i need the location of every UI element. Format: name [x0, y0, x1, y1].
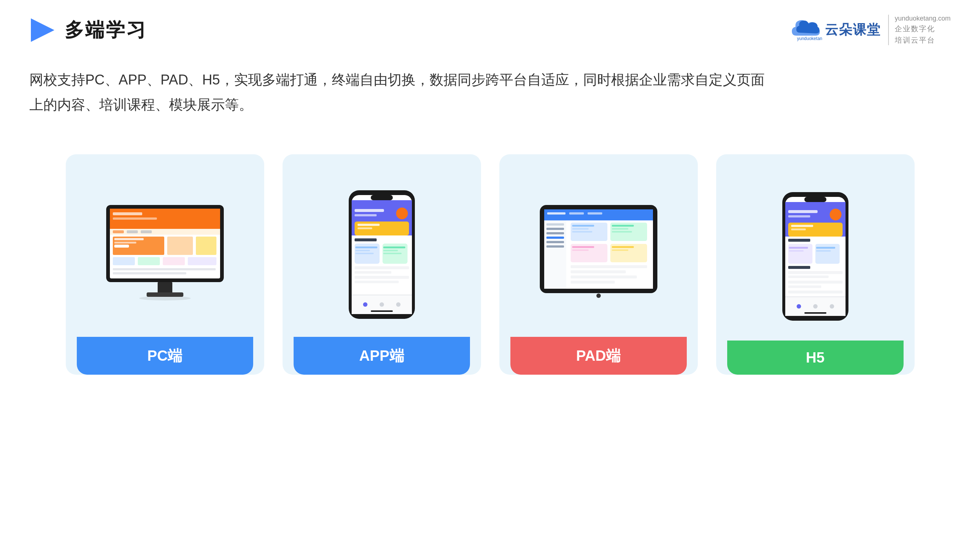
svg-rect-18 [138, 257, 160, 265]
svg-rect-94 [788, 210, 818, 213]
svg-point-25 [139, 296, 191, 300]
header: 多端学习 yunduoketang 云朵课堂 yunduoketang.com … [0, 0, 980, 45]
svg-rect-8 [113, 230, 124, 233]
svg-marker-0 [31, 18, 54, 42]
svg-rect-110 [788, 281, 843, 284]
svg-rect-41 [355, 250, 370, 251]
card-h5-label: H5 [727, 340, 904, 375]
svg-rect-44 [383, 250, 398, 251]
svg-rect-99 [791, 229, 806, 230]
cloud-icon: yunduoketang [789, 17, 822, 43]
description-line2: 上的内容、培训课程、模块展示等。 [29, 92, 779, 117]
svg-rect-29 [352, 200, 412, 206]
card-app-label: APP端 [294, 337, 470, 375]
svg-rect-75 [572, 231, 592, 232]
svg-rect-40 [355, 246, 377, 248]
svg-rect-42 [355, 253, 374, 254]
svg-rect-98 [791, 225, 813, 227]
logo-left: 多端学习 [29, 17, 147, 43]
svg-rect-36 [358, 227, 372, 229]
svg-rect-21 [113, 268, 216, 270]
card-h5: H5 [716, 154, 915, 375]
svg-point-58 [597, 294, 601, 298]
svg-rect-48 [355, 276, 409, 279]
brand-sub-line1: 企业数字化 [895, 24, 951, 34]
svg-rect-68 [546, 241, 564, 243]
svg-rect-17 [113, 257, 135, 265]
svg-rect-109 [788, 275, 829, 278]
svg-point-116 [813, 304, 818, 308]
svg-rect-105 [816, 247, 835, 249]
svg-rect-100 [788, 239, 810, 242]
svg-rect-15 [167, 237, 193, 255]
svg-rect-95 [788, 215, 810, 218]
svg-rect-83 [612, 246, 634, 248]
svg-point-96 [830, 209, 842, 221]
svg-rect-37 [355, 238, 377, 241]
pad-device [511, 173, 687, 337]
svg-rect-86 [571, 270, 626, 273]
pc-device [77, 173, 253, 337]
h5-phone-svg [779, 190, 852, 322]
svg-rect-103 [789, 247, 808, 249]
svg-point-53 [380, 302, 384, 307]
svg-rect-45 [383, 253, 402, 254]
card-app: APP端 [283, 154, 481, 375]
svg-rect-43 [383, 246, 405, 248]
svg-point-33 [396, 208, 408, 219]
svg-rect-20 [188, 257, 216, 265]
svg-rect-6 [113, 218, 157, 220]
svg-rect-74 [572, 228, 589, 230]
app-device [294, 173, 470, 337]
svg-rect-59 [544, 210, 653, 221]
svg-rect-77 [612, 228, 628, 230]
page-title: 多端学习 [65, 17, 147, 43]
svg-rect-47 [355, 271, 391, 274]
svg-rect-108 [788, 271, 843, 274]
play-icon [29, 17, 56, 43]
svg-rect-88 [571, 281, 615, 284]
svg-rect-104 [789, 250, 803, 252]
svg-rect-63 [544, 221, 566, 289]
svg-rect-12 [114, 238, 144, 240]
svg-rect-78 [612, 231, 632, 232]
svg-rect-14 [114, 245, 129, 248]
svg-rect-22 [113, 272, 186, 275]
svg-point-117 [830, 304, 834, 308]
svg-rect-91 [804, 197, 826, 202]
svg-rect-111 [788, 286, 821, 288]
svg-rect-106 [816, 250, 831, 252]
cards-section: PC端 [0, 118, 980, 375]
svg-rect-49 [355, 281, 399, 283]
svg-point-52 [363, 302, 368, 307]
svg-rect-81 [572, 246, 594, 248]
svg-rect-28 [371, 195, 393, 200]
logo-right: yunduoketang 云朵课堂 yunduoketang.com 企业数字化… [789, 15, 951, 45]
svg-rect-16 [196, 237, 216, 255]
svg-rect-13 [114, 242, 136, 243]
svg-rect-92 [785, 202, 845, 207]
svg-rect-46 [355, 266, 409, 269]
svg-point-54 [396, 302, 401, 307]
svg-rect-5 [113, 212, 142, 215]
svg-rect-62 [587, 212, 602, 214]
svg-rect-31 [355, 209, 384, 212]
svg-rect-9 [127, 230, 138, 233]
h5-device [727, 173, 904, 340]
svg-rect-114 [785, 297, 845, 297]
card-pc: PC端 [66, 154, 264, 375]
card-pad-label: PAD端 [511, 337, 687, 375]
svg-rect-51 [352, 295, 412, 295]
svg-rect-112 [788, 291, 843, 294]
tablet-svg [536, 201, 661, 308]
svg-rect-66 [546, 232, 564, 234]
svg-rect-19 [163, 257, 185, 265]
svg-rect-84 [612, 249, 628, 251]
svg-rect-55 [371, 310, 393, 312]
svg-rect-10 [141, 230, 152, 233]
brand-sub-line2: 培训云平台 [895, 35, 951, 45]
svg-rect-107 [788, 266, 810, 269]
svg-rect-65 [546, 228, 564, 230]
svg-rect-85 [571, 265, 647, 268]
card-pad: PAD端 [500, 154, 698, 375]
